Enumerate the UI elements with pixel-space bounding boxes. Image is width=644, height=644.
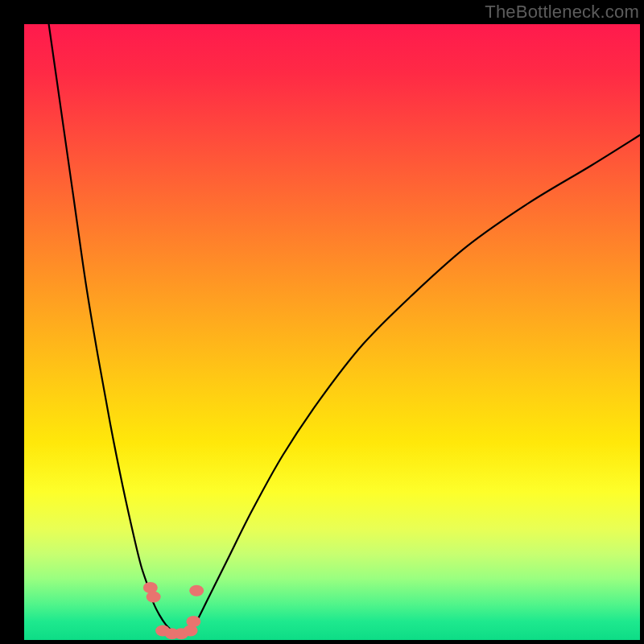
marker-group — [143, 582, 204, 639]
chart-frame: TheBottleneck.com — [0, 0, 644, 644]
curve-left-branch — [49, 24, 172, 631]
plot-area — [24, 24, 640, 640]
watermark-label: TheBottleneck.com — [485, 2, 639, 23]
floor-dot-5 — [186, 616, 200, 627]
right-dot-1 — [189, 585, 204, 597]
left-dot-2 — [147, 591, 161, 602]
curve-right-branch — [191, 135, 640, 631]
curve-layer — [24, 24, 640, 640]
